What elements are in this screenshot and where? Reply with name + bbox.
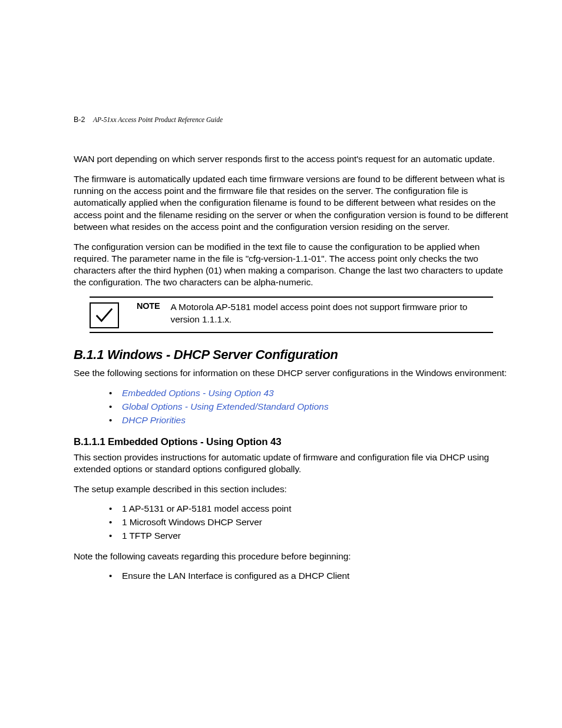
list-item: 1 Microsoft Windows DHCP Server <box>109 517 509 528</box>
note-block: NOTE A Motorola AP-5181 model access poi… <box>90 297 493 333</box>
paragraph-b111-caveats: Note the following caveats regarding thi… <box>74 551 509 562</box>
paragraph-config-version: The configuration version can be modifie… <box>74 241 509 289</box>
page-header: B-2 AP-51xx Access Point Product Referen… <box>74 116 223 124</box>
content-area: WAN port depending on which server respo… <box>74 153 509 581</box>
paragraph-b111-p2: The setup example described in this sect… <box>74 483 509 495</box>
link-embedded-options[interactable]: Embedded Options - Using Option 43 <box>122 388 274 398</box>
note-box: NOTE A Motorola AP-5181 model access poi… <box>90 297 493 333</box>
checkmark-icon <box>90 302 119 328</box>
note-text: A Motorola AP-5181 model access point do… <box>170 301 493 325</box>
list-item: DHCP Priorities <box>109 415 509 426</box>
heading-b111: B.1.1.1 Embedded Options - Using Option … <box>74 436 509 448</box>
page-container: B-2 AP-51xx Access Point Product Referen… <box>0 0 562 626</box>
link-list: Embedded Options - Using Option 43 Globa… <box>74 388 509 426</box>
paragraph-firmware: The firmware is automatically updated ea… <box>74 173 509 233</box>
heading-b11: B.1.1 Windows - DHCP Server Configuratio… <box>74 347 509 363</box>
paragraph-b11-intro: See the following sections for informati… <box>74 367 509 379</box>
list-item: 1 TFTP Server <box>109 531 509 541</box>
note-label: NOTE <box>137 301 160 311</box>
paragraph-wan: WAN port depending on which server respo… <box>74 153 509 165</box>
link-global-options[interactable]: Global Options - Using Extended/Standard… <box>122 401 329 411</box>
list-item: Global Options - Using Extended/Standard… <box>109 401 509 412</box>
list-item: Ensure the LAN Interface is configured a… <box>109 571 509 581</box>
list-item: 1 AP-5131 or AP-5181 model access point <box>109 503 509 514</box>
setup-list: 1 AP-5131 or AP-5181 model access point … <box>74 503 509 541</box>
list-item: Embedded Options - Using Option 43 <box>109 388 509 398</box>
header-title: AP-51xx Access Point Product Reference G… <box>93 116 223 123</box>
caveat-list: Ensure the LAN Interface is configured a… <box>74 571 509 581</box>
page-number: B-2 <box>74 116 85 124</box>
link-dhcp-priorities[interactable]: DHCP Priorities <box>122 415 186 425</box>
note-content: NOTE A Motorola AP-5181 model access poi… <box>137 301 493 325</box>
paragraph-b111-p1: This section provides instructions for a… <box>74 452 509 475</box>
